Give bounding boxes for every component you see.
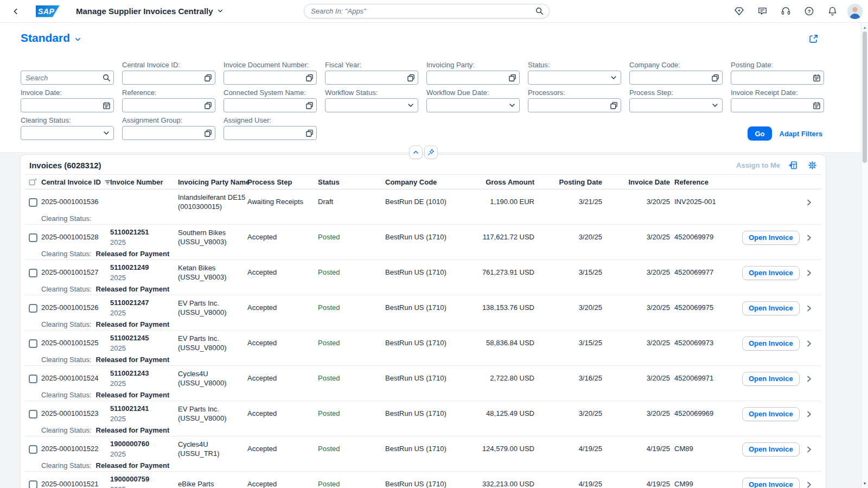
row-checkbox[interactable] <box>29 410 37 419</box>
search-icon[interactable] <box>535 7 544 15</box>
filter-invoice-receipt-date-input[interactable] <box>731 98 824 112</box>
filter-central-invoice-id-input[interactable] <box>122 71 215 85</box>
row-chevron-icon[interactable] <box>796 339 821 348</box>
back-button[interactable] <box>8 3 24 20</box>
chevron-down-icon[interactable] <box>406 100 416 110</box>
shell-search-input[interactable] <box>311 7 535 15</box>
row-checkbox[interactable] <box>29 445 37 454</box>
filter-search-input[interactable] <box>21 71 114 85</box>
filter-connected-system-name-input[interactable] <box>224 98 317 112</box>
column-header-central-invoice-id[interactable]: Central Invoice ID <box>41 178 110 186</box>
value-help-icon[interactable] <box>406 73 416 83</box>
chevron-down-icon[interactable] <box>101 128 111 138</box>
value-help-icon[interactable] <box>304 100 314 110</box>
chevron-down-icon[interactable] <box>710 100 720 110</box>
row-checkbox[interactable] <box>29 304 37 313</box>
scroll-up-arrow-icon[interactable]: ▲ <box>861 24 868 30</box>
open-invoice-button[interactable]: Open Invoice <box>742 301 800 315</box>
row-chevron-icon[interactable] <box>796 410 821 419</box>
table-row[interactable]: 2025-0001001527 5110021249 2025 Ketan Bi… <box>25 260 821 284</box>
row-chevron-icon[interactable] <box>796 480 821 488</box>
row-chevron-icon[interactable] <box>796 445 821 454</box>
table-row[interactable]: 2025-0001001523 5110021241 2025 EV Parts… <box>25 401 821 425</box>
value-help-icon[interactable] <box>609 100 618 110</box>
row-chevron-icon[interactable] <box>796 233 821 242</box>
open-invoice-button[interactable]: Open Invoice <box>742 478 800 488</box>
user-avatar[interactable] <box>847 4 863 19</box>
go-button[interactable]: Go <box>748 126 771 141</box>
open-invoice-button[interactable]: Open Invoice <box>742 231 800 245</box>
notifications-bell-icon[interactable] <box>824 3 840 20</box>
filter-invoice-document-number-input[interactable] <box>224 71 317 85</box>
open-invoice-button[interactable]: Open Invoice <box>742 372 800 386</box>
filter-invoice-date-input[interactable] <box>21 98 114 112</box>
filter-processors-input[interactable] <box>528 98 621 112</box>
filter-posting-date-input[interactable] <box>731 71 824 85</box>
scroll-down-arrow-icon[interactable]: ▼ <box>861 480 868 486</box>
row-checkbox[interactable] <box>29 480 37 488</box>
value-help-icon[interactable] <box>304 128 314 138</box>
value-help-icon[interactable] <box>507 73 517 83</box>
open-invoice-button[interactable]: Open Invoice <box>742 266 800 280</box>
column-header-invoice-number[interactable]: Invoice Number <box>110 178 178 186</box>
export-spreadsheet-icon[interactable] <box>786 158 800 172</box>
table-row[interactable]: 2025-0001001525 5110021245 2025 EV Parts… <box>25 331 821 354</box>
open-invoice-button[interactable]: Open Invoice <box>742 442 800 457</box>
filter-workflow-due-date-input[interactable] <box>426 98 520 112</box>
filter-assignment-group-input[interactable] <box>122 126 215 140</box>
filter-invoicing-party-input[interactable] <box>426 71 520 85</box>
filter-assigned-user-input[interactable] <box>224 126 317 140</box>
value-help-icon[interactable] <box>203 128 213 138</box>
scrollbar[interactable]: ▲ ▼ <box>861 23 868 488</box>
row-checkbox[interactable] <box>29 269 37 277</box>
calendar-icon[interactable] <box>101 100 111 110</box>
table-row[interactable]: 2025-0001001528 5110021251 2025 Southern… <box>25 225 821 249</box>
row-checkbox[interactable] <box>29 339 37 348</box>
deselect-all-icon[interactable] <box>29 178 37 186</box>
variant-selector[interactable]: Standard <box>21 31 81 45</box>
sap-logo[interactable]: SAP <box>36 5 60 17</box>
table-row[interactable]: 2025-0001001526 5110021247 2025 EV Parts… <box>25 295 821 319</box>
value-help-icon[interactable] <box>304 73 314 83</box>
feedback-icon[interactable] <box>754 3 770 20</box>
row-checkbox[interactable] <box>29 198 37 207</box>
assign-to-me-button[interactable]: Assign to Me <box>736 161 780 169</box>
filter-fiscal-year-input[interactable] <box>325 71 418 85</box>
row-checkbox[interactable] <box>29 375 37 383</box>
column-header-invoicing-party-name[interactable]: Invoicing Party Name <box>178 178 247 186</box>
search-icon[interactable] <box>101 73 111 83</box>
value-help-icon[interactable] <box>203 73 213 83</box>
app-title-menu[interactable]: Manage Supplier Invoices Centrally <box>76 7 224 16</box>
row-chevron-icon[interactable] <box>796 198 821 207</box>
scrollbar-thumb[interactable] <box>863 31 867 163</box>
table-row[interactable]: 2025-0001001524 5110021243 2025 Cycles4U… <box>25 366 821 390</box>
adapt-filters-link[interactable]: Adapt Filters <box>780 130 822 138</box>
value-help-icon[interactable] <box>710 73 720 83</box>
value-help-icon[interactable] <box>203 100 213 110</box>
column-header-process-step[interactable]: Process Step <box>247 178 318 186</box>
column-header-invoice-date[interactable]: Invoice Date <box>607 178 674 186</box>
shell-search[interactable] <box>304 4 550 18</box>
open-invoice-button[interactable]: Open Invoice <box>742 337 800 351</box>
column-header-status[interactable]: Status <box>318 178 385 186</box>
pin-filter-bar-button[interactable] <box>424 145 438 159</box>
column-header-posting-date[interactable]: Posting Date <box>539 178 607 186</box>
table-row[interactable]: 2025-0001001522 1900000760 2025 Cycles4U… <box>25 436 821 460</box>
filter-workflow-status-input[interactable] <box>325 98 418 112</box>
column-header-gross-amount[interactable]: Gross Amount <box>455 178 539 186</box>
row-chevron-icon[interactable] <box>796 304 821 313</box>
collapse-filter-bar-button[interactable] <box>409 145 423 159</box>
open-invoice-button[interactable]: Open Invoice <box>742 407 800 421</box>
table-row[interactable]: 2025-0001001521 1900000759 2025 eBike Pa… <box>25 472 821 488</box>
help-icon[interactable]: ? <box>801 3 817 20</box>
table-settings-gear-icon[interactable] <box>805 158 819 172</box>
filter-process-step-input[interactable] <box>629 98 723 112</box>
filter-clearing-status-input[interactable] <box>21 126 114 140</box>
filter-company-code-input[interactable] <box>629 71 723 85</box>
filter-reference-input[interactable] <box>122 98 215 112</box>
row-checkbox[interactable] <box>29 233 37 242</box>
table-row[interactable]: 2025-0001001536 Inlandsleiferant DE15 (0… <box>25 189 821 213</box>
calendar-icon[interactable] <box>812 73 821 83</box>
row-chevron-icon[interactable] <box>796 375 821 383</box>
column-header-reference[interactable]: Reference <box>674 178 742 186</box>
